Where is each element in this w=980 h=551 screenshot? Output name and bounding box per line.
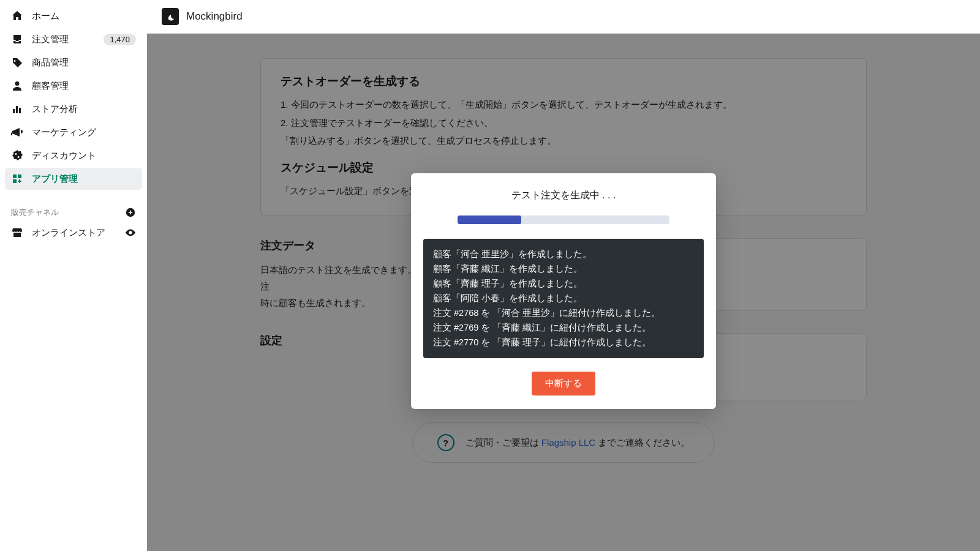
- megaphone-icon: [11, 126, 23, 138]
- store-icon: [11, 227, 23, 239]
- orders-badge: 1,470: [104, 34, 136, 45]
- sales-channel-header: 販売チャネル: [5, 201, 142, 222]
- nav-orders[interactable]: 注文管理 1,470: [5, 28, 142, 50]
- nav-label: ストア分析: [32, 103, 136, 115]
- nav-home[interactable]: ホーム: [5, 5, 142, 27]
- nav-analytics[interactable]: ストア分析: [5, 98, 142, 120]
- section-title: 販売チャネル: [11, 207, 59, 218]
- log-line: 注文 #2769 を 「斉藤 織江」に紐付け作成しました。: [433, 321, 694, 335]
- view-icon[interactable]: [125, 227, 136, 238]
- tag-icon: [11, 56, 23, 69]
- topbar: Mockingbird: [147, 0, 980, 34]
- log-line: 顧客「斉藤 織江」を作成しました。: [433, 262, 694, 277]
- apps-icon: [11, 173, 23, 185]
- nav-label: 顧客管理: [32, 80, 136, 92]
- nav-label: ホーム: [32, 10, 136, 22]
- cancel-button[interactable]: 中断する: [532, 372, 595, 395]
- channel-online-store[interactable]: オンラインストア: [5, 222, 142, 244]
- app-logo: [162, 8, 179, 25]
- add-channel-icon[interactable]: [125, 207, 136, 218]
- app-name: Mockingbird: [186, 10, 243, 23]
- nav-discounts[interactable]: ディスカウント: [5, 144, 142, 167]
- nav-label: 商品管理: [32, 57, 136, 69]
- nav-customers[interactable]: 顧客管理: [5, 75, 142, 97]
- nav-label: 注文管理: [32, 34, 104, 45]
- progress-fill: [458, 216, 521, 224]
- nav-marketing[interactable]: マーケティング: [5, 121, 142, 143]
- modal-overlay: テスト注文を生成中 . . . 顧客「河合 亜里沙」を作成しました。顧客「斉藤 …: [147, 34, 980, 551]
- modal-title: テスト注文を生成中 . . .: [423, 189, 704, 202]
- log-line: 注文 #2768 を 「河合 亜里沙」に紐付け作成しました。: [433, 306, 694, 321]
- progress-bar: [458, 216, 669, 224]
- log-line: 顧客「阿陪 小春」を作成しました。: [433, 291, 694, 306]
- progress-modal: テスト注文を生成中 . . . 顧客「河合 亜里沙」を作成しました。顧客「斉藤 …: [411, 173, 716, 409]
- nav-label: アプリ管理: [32, 173, 136, 185]
- person-icon: [11, 80, 23, 92]
- nav-apps[interactable]: アプリ管理: [5, 168, 142, 190]
- log-line: 顧客「齊藤 理子」を作成しました。: [433, 277, 694, 291]
- nav-label: マーケティング: [32, 127, 136, 138]
- nav-products[interactable]: 商品管理: [5, 51, 142, 73]
- home-icon: [11, 10, 23, 22]
- sidebar: ホーム 注文管理 1,470 商品管理 顧客管理 ストア分析 マーケティング デ…: [0, 0, 147, 551]
- nav-label: ディスカウント: [32, 150, 136, 162]
- log-panel: 顧客「河合 亜里沙」を作成しました。顧客「斉藤 織江」を作成しました。顧客「齊藤…: [423, 239, 704, 358]
- nav-label: オンラインストア: [32, 227, 125, 239]
- log-line: 顧客「河合 亜里沙」を作成しました。: [433, 247, 694, 262]
- discount-icon: [11, 149, 23, 162]
- log-line: 注文 #2770 を 「齊藤 理子」に紐付け作成しました。: [433, 335, 694, 350]
- inbox-icon: [11, 33, 23, 45]
- analytics-icon: [11, 103, 23, 115]
